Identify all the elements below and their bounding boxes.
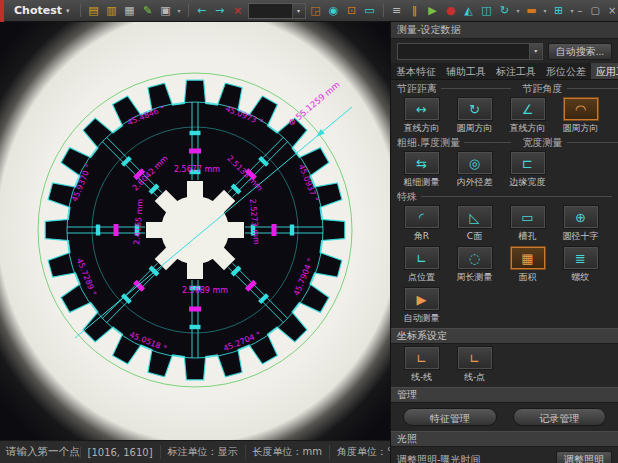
- tool-corner-r[interactable]: ◜ 角R: [395, 205, 448, 243]
- tool-tabs: 基本特征 辅助工具 标注工具 形位公差 应用工具: [391, 63, 618, 80]
- maximize-button[interactable]: ▢: [591, 5, 600, 16]
- thread-icon: ≣: [563, 246, 599, 270]
- tab-auxiliary-tools[interactable]: 辅助工具: [441, 63, 491, 79]
- minimize-button[interactable]: –: [578, 5, 583, 16]
- toolbar-separator: [80, 4, 81, 17]
- status-message: 请输入第一个点: [0, 445, 80, 459]
- concentric-circles-icon: ◎: [457, 151, 493, 175]
- edge-width-icon: ⊏: [510, 151, 546, 175]
- section-pitch-angle: 节距角度: [523, 82, 563, 96]
- toolbar-combobox[interactable]: ▾: [248, 3, 306, 19]
- edit-icon[interactable]: ✎: [140, 3, 156, 19]
- line-direction-icon: ↔: [404, 97, 440, 121]
- tool-auto-measure[interactable]: ▶ 自动测量: [395, 287, 448, 325]
- chevron-down-icon: ▾: [66, 7, 70, 15]
- cursor-coordinates: [1016, 1610]: [80, 447, 160, 458]
- close-button[interactable]: ×: [608, 5, 616, 16]
- record-icon[interactable]: ●: [443, 3, 459, 19]
- tab-form-tolerance[interactable]: 形位公差: [541, 63, 591, 79]
- app-title: Chotest: [14, 4, 62, 17]
- tool-area[interactable]: ▦ 面积: [501, 246, 554, 284]
- status-bar: 请输入第一个点 [1016, 1610] 标注单位：显示 长度单位：mm 角度单…: [0, 440, 390, 463]
- display-icon[interactable]: ▭: [362, 3, 378, 19]
- length-unit: 长度单位：mm: [245, 445, 329, 459]
- viewport-column: 45.4846 °45.0973 °45.9370 °45.0937 °45.7…: [0, 22, 390, 463]
- tab-annotation-tools[interactable]: 标注工具: [491, 63, 541, 79]
- crosshair-icon: ⊕: [563, 205, 599, 229]
- area-icon: ▦: [510, 246, 546, 270]
- feature-combobox[interactable]: ▾: [397, 43, 543, 60]
- axis-icon: ∟: [457, 346, 493, 370]
- angle-unit: 角度单位：°: [329, 445, 399, 459]
- screen-menu-caret-icon[interactable]: ▾: [569, 7, 576, 14]
- tab-application-tools[interactable]: 应用工具: [591, 63, 618, 79]
- delete-icon[interactable]: ×: [230, 3, 246, 19]
- thickness-icon: ⇆: [404, 151, 440, 175]
- camera-viewport[interactable]: 45.4846 °45.0973 °45.9370 °45.0937 °45.7…: [0, 22, 390, 440]
- adjust-light-button[interactable]: 调整照明: [556, 451, 612, 463]
- tool-perimeter[interactable]: ◌ 周长测量: [448, 246, 501, 284]
- measurement-view[interactable]: 45.4846 °45.0973 °45.9370 °45.0937 °45.7…: [0, 22, 390, 440]
- auto-measure-icon: ▶: [404, 287, 440, 311]
- tool-circle-cross[interactable]: ⊕ 圆径十字: [554, 205, 607, 243]
- save-menu-caret-icon[interactable]: ▾: [176, 7, 183, 14]
- tool-slot-hole[interactable]: ▭ 槽孔: [501, 205, 554, 243]
- app-window: Chotest ▾ ▤ ▥ ▦ ✎ ▣ ▾ ← → × ▾ ◲ ◉ ⊡ ▭ ≡ …: [0, 0, 618, 463]
- section-coordinate-system: 坐标系设定: [391, 328, 618, 344]
- tool-coord-line-line[interactable]: ∟ 线-线: [395, 346, 448, 384]
- tool-thickness-measure[interactable]: ⇆ 粗细测量: [395, 151, 448, 189]
- play-icon[interactable]: ▶: [425, 3, 441, 19]
- chevron-down-icon[interactable]: ▾: [292, 4, 305, 18]
- layers-icon[interactable]: ▬: [524, 3, 540, 19]
- point-position-icon: ∟: [404, 246, 440, 270]
- measurement-label: 2.5677 mm: [174, 165, 220, 174]
- tool-inner-outer-diameter[interactable]: ◎ 内外径差: [448, 151, 501, 189]
- tool-pitch-angle-line[interactable]: ∠ 直线方向: [501, 97, 554, 135]
- film-icon[interactable]: ▦: [122, 3, 138, 19]
- open-icon[interactable]: ▤: [86, 3, 102, 19]
- axis-icon: ∟: [404, 346, 440, 370]
- tool-pitch-angle-circular[interactable]: ◠ 圆周方向: [554, 97, 607, 135]
- forward-icon[interactable]: →: [212, 3, 228, 19]
- section-light: 光照: [391, 431, 618, 447]
- tool-edge-width[interactable]: ⊏ 边缘宽度: [501, 151, 554, 189]
- measurement-label: 2.5689 mm: [182, 286, 228, 295]
- screen-icon[interactable]: ⊞: [551, 3, 567, 19]
- slot-icon: ▭: [510, 205, 546, 229]
- toolbar-separator: [383, 4, 384, 17]
- brand-accent-strip: [0, 0, 4, 22]
- app-menu-button[interactable]: Chotest ▾: [9, 4, 75, 17]
- tool-c-face[interactable]: ◺ C面: [448, 205, 501, 243]
- tool-pitch-distance-line[interactable]: ↔ 直线方向: [395, 97, 448, 135]
- tool-pitch-distance-circular[interactable]: ↻ 圆周方向: [448, 97, 501, 135]
- tool-coord-line-point[interactable]: ∟ 线-点: [448, 346, 501, 384]
- feature-manage-button[interactable]: 特征管理: [403, 408, 497, 426]
- chevron-down-icon[interactable]: ▾: [529, 44, 542, 59]
- ruler-icon[interactable]: ‖: [407, 3, 423, 19]
- section-width: 宽度测量: [523, 136, 563, 150]
- corner-radius-icon: ◜: [404, 205, 440, 229]
- measure-icon[interactable]: ◭: [461, 3, 477, 19]
- save-icon[interactable]: ▣: [158, 3, 174, 19]
- tab-basic-features[interactable]: 基本特征: [391, 63, 441, 79]
- magnifier-icon[interactable]: ◉: [326, 3, 342, 19]
- image-zoom-icon[interactable]: ◲: [308, 3, 324, 19]
- back-icon[interactable]: ←: [194, 3, 210, 19]
- crop-icon[interactable]: ⊡: [344, 3, 360, 19]
- chamfer-icon: ◺: [457, 205, 493, 229]
- layers-menu-caret-icon[interactable]: ▾: [542, 7, 549, 14]
- auto-search-button[interactable]: 自动搜索...: [548, 43, 612, 60]
- circular-direction-icon: ↻: [457, 97, 493, 121]
- toolbar-separator: [188, 4, 189, 17]
- compare-icon[interactable]: ◫: [479, 3, 495, 19]
- list-icon[interactable]: ≡: [389, 3, 405, 19]
- rotate-menu-caret-icon[interactable]: ▾: [515, 7, 522, 14]
- save-project-icon[interactable]: ▥: [104, 3, 120, 19]
- rotate-icon[interactable]: ↻: [497, 3, 513, 19]
- section-special: 特殊: [397, 190, 417, 204]
- record-manage-button[interactable]: 记录管理: [513, 408, 607, 426]
- tool-point-position[interactable]: ∟ 点位置: [395, 246, 448, 284]
- annotation-unit: 标注单位：显示: [160, 445, 245, 459]
- panel-title: 测量-设定数据: [391, 22, 618, 39]
- tool-thread[interactable]: ≣ 螺纹: [554, 246, 607, 284]
